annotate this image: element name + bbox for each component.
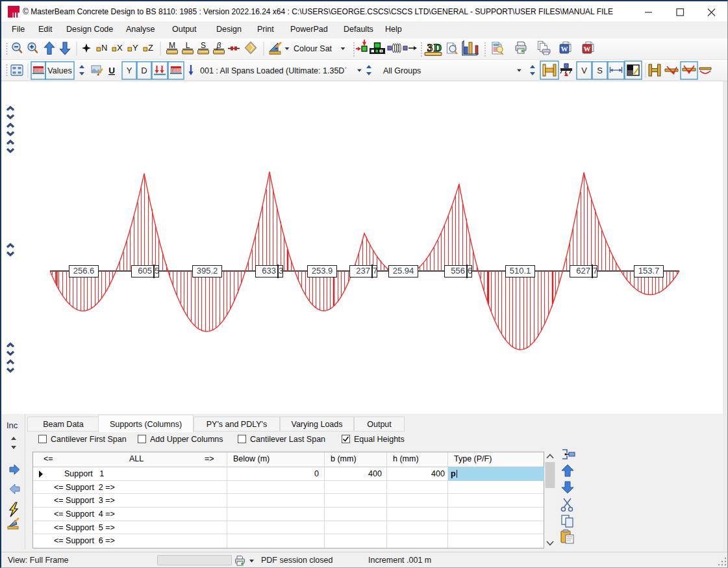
svg-text:L: L <box>186 41 190 50</box>
svg-text:S: S <box>597 66 603 75</box>
svg-text:M: M <box>169 41 175 50</box>
svg-text:Y: Y <box>132 43 138 53</box>
svg-text:Colour Sat: Colour Sat <box>294 44 333 53</box>
svg-text:Y: Y <box>127 66 132 75</box>
svg-text:W: W <box>561 45 568 53</box>
svg-text:S: S <box>201 41 206 50</box>
svg-text:Z: Z <box>148 43 153 53</box>
svg-text:001 : All Spans Loaded (Ultim: 001 : All Spans Loaded (Ultimate: 1.35Dʾ <box>200 66 347 75</box>
svg-text:N: N <box>101 43 107 53</box>
svg-text:V: V <box>581 66 587 75</box>
svg-text:All Groups: All Groups <box>383 66 421 75</box>
svg-text:Values: Values <box>47 66 71 75</box>
svg-text:β: β <box>216 41 221 50</box>
svg-text:X: X <box>117 43 123 53</box>
svg-text:W: W <box>584 45 591 53</box>
svg-text:D: D <box>141 66 147 75</box>
svg-text:U: U <box>108 66 115 75</box>
